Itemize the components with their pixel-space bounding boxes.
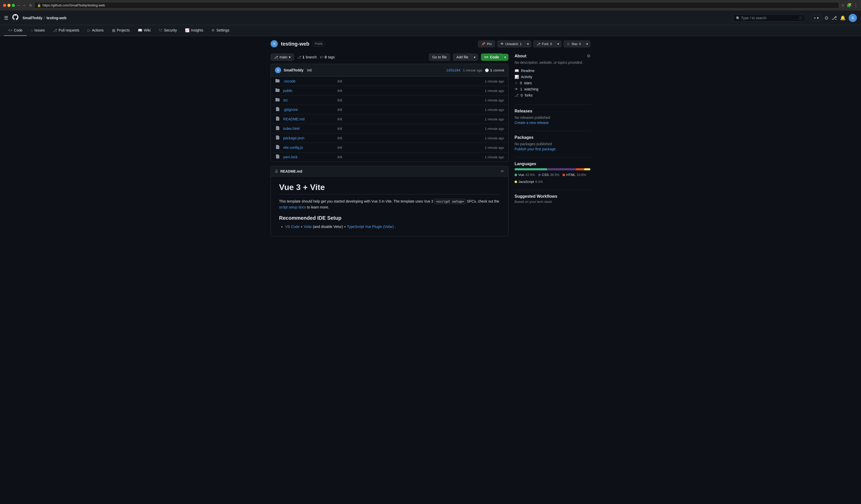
add-file-dropdown[interactable]: ▾	[472, 54, 478, 61]
file-name[interactable]: .vscode	[283, 79, 334, 83]
workflows-section: Suggested Workflows Based on your tech s…	[515, 194, 590, 204]
releases-none-text: No releases published	[515, 115, 590, 120]
vue-label: Vue	[518, 173, 524, 177]
breadcrumb-repo[interactable]: testing-web	[46, 16, 66, 20]
branch-selector[interactable]: ⎇ main ▾	[271, 54, 294, 61]
nav-item-pull-requests[interactable]: ⎇ Pull requests	[49, 25, 83, 36]
create-release-link[interactable]: Create a new release	[515, 121, 549, 125]
about-settings-button[interactable]: ⚙	[587, 54, 590, 58]
commit-time: 1 minute ago	[463, 68, 482, 72]
nav-item-security[interactable]: 🛡 Security	[155, 25, 181, 36]
sidebar-forks-item[interactable]: ⎇ 0 forks	[515, 92, 590, 98]
address-bar[interactable]: 🔒 https://github.com/SmallTeddy/testing-…	[34, 2, 839, 9]
html-percent: 10.8%	[577, 173, 586, 177]
unwatch-button[interactable]: 👁 Unwatch 1	[497, 40, 525, 47]
new-item-button[interactable]: + ▾	[811, 15, 821, 21]
commit-author-name[interactable]: SmallTeddy	[284, 68, 304, 72]
fork-sidebar-icon: ⎇	[515, 93, 519, 97]
forward-button[interactable]: →	[22, 3, 26, 8]
issues-inbox-button[interactable]: ⊙	[825, 15, 829, 21]
file-name[interactable]: vite.config.js	[283, 145, 334, 150]
nav-item-issues[interactable]: ○ Issues	[27, 25, 49, 36]
github-logo[interactable]	[12, 14, 18, 22]
pull-requests-button[interactable]: ⎇	[832, 15, 837, 21]
commit-count[interactable]: 🕐 1 commit	[485, 68, 504, 72]
publish-package-link[interactable]: Publish your first package	[515, 147, 556, 151]
commit-author-avatar: S	[275, 67, 281, 73]
nav-label-issues: Issues	[34, 28, 44, 32]
sidebar-watching-item[interactable]: 👁 1 watching	[515, 86, 590, 92]
file-name[interactable]: index.html	[283, 126, 334, 130]
extensions-button[interactable]: 🧩	[847, 3, 852, 8]
breadcrumb-owner[interactable]: SmallTeddy	[23, 16, 42, 20]
workflows-title: Suggested Workflows	[515, 194, 590, 199]
close-window-button[interactable]	[3, 4, 6, 7]
maximize-window-button[interactable]	[12, 4, 15, 7]
code-dropdown[interactable]: ▾	[502, 54, 508, 61]
file-name[interactable]: src	[283, 98, 334, 102]
back-button[interactable]: ←	[17, 3, 21, 8]
ts-volar-link[interactable]: TypeScript Vue Plugin (Volar)	[347, 225, 394, 229]
script-docs-link[interactable]: script setup docs	[279, 205, 306, 209]
branch-name: main	[279, 55, 287, 59]
fork-dropdown[interactable]: ▾	[555, 40, 561, 47]
star-count: 0	[579, 42, 581, 46]
nav-item-wiki[interactable]: 📖 Wiki	[134, 25, 154, 36]
search-input[interactable]	[741, 16, 797, 20]
wiki-icon: 📖	[138, 28, 142, 32]
sidebar-readme-link[interactable]: 📖 Readme	[515, 68, 590, 74]
file-time: 1 minute ago	[485, 98, 504, 102]
sidebar-activity-link[interactable]: 📊 Activity	[515, 74, 590, 80]
file-commit-msg: init	[338, 136, 482, 140]
add-file-button[interactable]: Add file	[453, 54, 472, 61]
unwatch-dropdown[interactable]: ▾	[525, 40, 531, 47]
file-name[interactable]: .gitignore	[283, 108, 334, 112]
css-lang-item[interactable]: CSS 38.5%	[538, 173, 560, 177]
nav-item-actions[interactable]: ▷ Actions	[83, 25, 108, 36]
minimize-window-button[interactable]	[8, 4, 11, 7]
file-name[interactable]: yarn.lock	[283, 155, 334, 159]
nav-item-projects[interactable]: ▦ Projects	[108, 25, 134, 36]
vscode-link[interactable]: VS Code	[285, 225, 300, 229]
star-dropdown[interactable]: ▾	[584, 40, 590, 47]
file-name[interactable]: README.md	[283, 117, 334, 121]
pin-button[interactable]: 📌 Pin	[478, 40, 495, 47]
commit-hash[interactable]: 2d5b284	[446, 68, 461, 72]
js-lang-item[interactable]: JavaScript 8.1%	[515, 180, 543, 184]
sidebar-stars-item[interactable]: ☆ 0 stars	[515, 80, 590, 86]
notifications-button[interactable]: 🔔	[840, 15, 846, 21]
stars-label: stars	[524, 81, 532, 85]
readme-h2-ide: Recommended IDE Setup	[279, 215, 500, 221]
code-button[interactable]: <> Code	[481, 54, 502, 61]
fork-label: Fork	[542, 42, 549, 46]
file-name[interactable]: public	[283, 89, 334, 93]
hamburger-menu-button[interactable]: ☰	[4, 15, 8, 21]
branches-stat-icon: ⎇	[297, 55, 301, 59]
file-name[interactable]: package.json	[283, 136, 334, 140]
nav-item-insights[interactable]: 📈 Insights	[181, 25, 207, 36]
readme-edit-button[interactable]: ✏	[501, 169, 504, 173]
fork-button[interactable]: ⎇ Fork 0	[533, 40, 555, 47]
star-button[interactable]: ☆ Star 0	[563, 40, 584, 47]
menu-button[interactable]: ⋮	[854, 3, 858, 8]
html-lang-item[interactable]: HTML 10.8%	[562, 173, 586, 177]
bookmark-button[interactable]: ☆	[841, 3, 845, 8]
book-icon: 📖	[515, 69, 519, 73]
stars-count: 0	[520, 81, 522, 85]
volar-link[interactable]: Volar	[304, 225, 312, 229]
fork-count: 0	[550, 42, 552, 46]
repo-title[interactable]: testing-web	[281, 41, 309, 47]
lock-icon: 🔒	[37, 3, 41, 7]
global-search[interactable]: /	[733, 14, 805, 22]
avatar[interactable]: S	[849, 14, 857, 22]
packages-section: Packages No packages published Publish y…	[515, 135, 590, 151]
nav-item-settings[interactable]: ⚙ Settings	[207, 25, 233, 36]
refresh-button[interactable]: ↻	[29, 3, 32, 8]
branches-link[interactable]: ⎇ 1 branch	[297, 55, 317, 59]
vue-lang-item[interactable]: Vue 42.6%	[515, 173, 535, 177]
workflows-subtitle: Based on your tech stack	[515, 200, 590, 204]
go-to-file-button[interactable]: Go to file	[429, 54, 450, 61]
file-icon	[275, 154, 280, 159]
nav-item-code[interactable]: <> Code	[4, 25, 27, 36]
tags-link[interactable]: 🏷 0 tags	[320, 55, 335, 59]
